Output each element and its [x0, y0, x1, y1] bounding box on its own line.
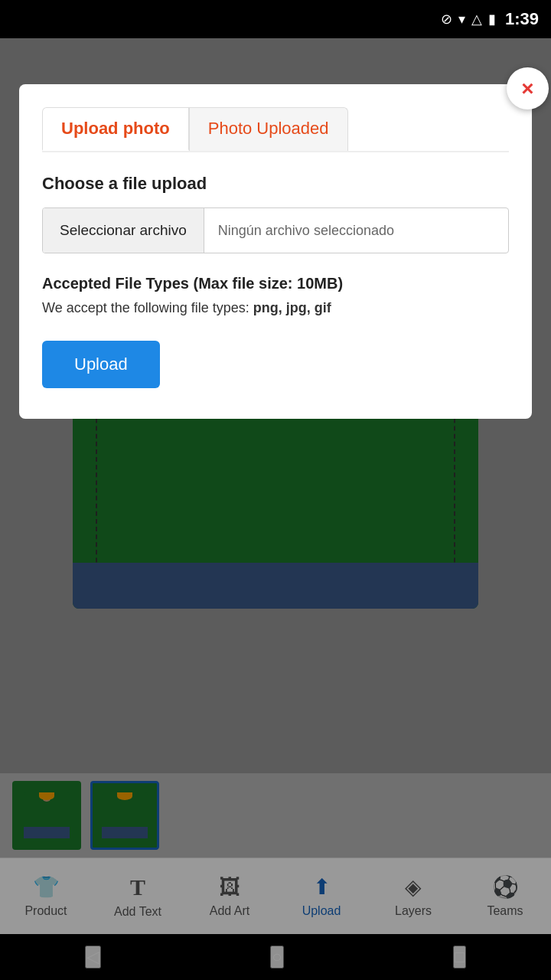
accepted-desc: We accept the following file types: png,… [42, 300, 509, 316]
accepted-title: Accepted File Types (Max file size: 10MB… [42, 275, 509, 292]
file-name-display: Ningún archivo seleccionado [204, 223, 508, 239]
status-bar: ⊘ ▾ △ ▮ 1:39 [0, 0, 551, 38]
prohibited-icon: ⊘ [441, 11, 452, 28]
file-select-button[interactable]: Seleccionar archivo [43, 208, 204, 253]
upload-button[interactable]: Upload [42, 341, 160, 388]
modal-overlay: × Upload photo Photo Uploaded Choose a f… [0, 38, 551, 980]
status-icons: ⊘ ▾ △ ▮ [441, 11, 496, 28]
status-time: 1:39 [505, 9, 539, 29]
close-button[interactable]: × [507, 67, 549, 109]
accepted-types: png, jpg, gif [253, 300, 331, 315]
tab-photo-uploaded[interactable]: Photo Uploaded [189, 107, 348, 151]
tab-upload-photo[interactable]: Upload photo [42, 107, 189, 151]
battery-icon: ▮ [488, 11, 496, 28]
file-input-row: Seleccionar archivo Ningún archivo selec… [42, 207, 509, 253]
wifi-icon: ▾ [458, 11, 465, 28]
signal-icon: △ [471, 11, 482, 28]
accepted-desc-text: We accept the following file types: [42, 300, 249, 315]
close-icon: × [521, 78, 533, 100]
modal-tabs: Upload photo Photo Uploaded [42, 107, 509, 152]
section-title: Choose a file upload [42, 174, 509, 194]
upload-modal: × Upload photo Photo Uploaded Choose a f… [19, 84, 532, 419]
